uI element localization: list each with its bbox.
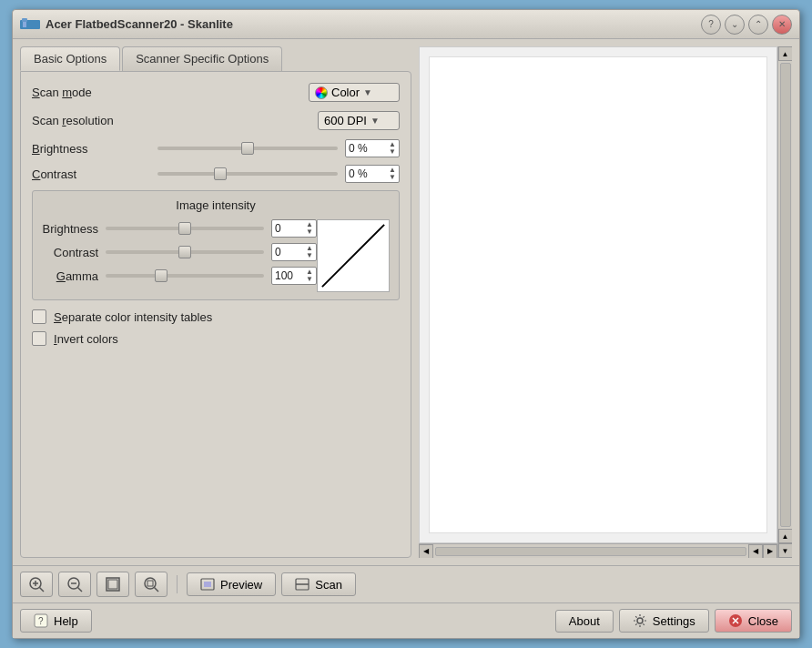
maximize-btn[interactable]: ⌃ [748, 15, 768, 35]
svg-rect-2 [23, 22, 26, 27]
close-titlebar-btn[interactable]: ✕ [772, 15, 792, 35]
intensity-contrast-track [106, 250, 264, 254]
preview-wrapper: ◀ ◀ ▶ ▲ ▲ ▼ [419, 46, 792, 558]
image-intensity-box: Image intensity Brightness 0 [32, 190, 400, 300]
brightness-label: Brightness [32, 142, 150, 156]
intensity-brightness-value: 0 [275, 222, 281, 235]
fit-page-icon [105, 576, 121, 592]
intensity-gamma-track [106, 274, 264, 278]
svg-rect-18 [204, 582, 211, 587]
intensity-contrast-arrows[interactable]: ▲ ▼ [306, 245, 313, 259]
left-panel: Basic Options Scanner Specific Options S… [20, 46, 411, 558]
intensity-contrast-thumb[interactable] [178, 246, 191, 258]
contrast-value: 0 % [349, 167, 368, 180]
scan-mode-label: Scan mode [32, 86, 150, 99]
scan-mode-arrow: ▼ [363, 87, 372, 97]
resolution-arrow: ▼ [370, 116, 380, 126]
scan-mode-select[interactable]: Color ▼ [309, 83, 400, 102]
svg-line-15 [155, 588, 159, 592]
h-scroll-prev-btn[interactable]: ◀ [748, 544, 763, 559]
brightness-spinbox[interactable]: 0 % ▲ ▼ [345, 139, 400, 157]
intensity-graph-svg [318, 220, 389, 291]
contrast-slider-thumb[interactable] [214, 167, 227, 180]
scan-resolution-select[interactable]: 600 DPI ▼ [318, 111, 400, 130]
preview-canvas [419, 46, 777, 543]
intensity-gamma-label: Gamma [42, 269, 106, 283]
tab-basic-options[interactable]: Basic Options [20, 46, 120, 71]
contrast-row: Contrast 0 % ▲ ▼ [32, 165, 400, 183]
contrast-spinbox[interactable]: 0 % ▲ ▼ [345, 165, 400, 183]
intensity-brightness-arrows[interactable]: ▲ ▼ [306, 221, 313, 236]
zoom-out-btn[interactable] [58, 572, 91, 597]
help-btn[interactable]: ? Help [20, 609, 92, 633]
scan-resolution-label: Scan resolution [32, 114, 150, 127]
separate-color-row: Separate color intensity tables [32, 309, 400, 324]
separate-color-label: Separate color intensity tables [54, 310, 212, 324]
svg-text:?: ? [38, 616, 44, 626]
contrast-slider-track [157, 172, 338, 176]
scan-resolution-row: Scan resolution 600 DPI ▼ [32, 111, 400, 130]
brightness-slider-thumb[interactable] [241, 142, 254, 155]
intensity-controls: Brightness 0 ▲ ▼ [42, 219, 317, 292]
intensity-gamma-thumb[interactable] [155, 269, 167, 282]
v-scroll-up-btn[interactable]: ▲ [778, 46, 793, 61]
intensity-contrast-row: Contrast 0 ▲ ▼ [42, 243, 317, 261]
contrast-label: Contrast [32, 167, 150, 181]
settings-icon [633, 613, 647, 628]
h-scroll-next-btn[interactable]: ▶ [763, 544, 777, 559]
close-btn[interactable]: Close [715, 609, 792, 633]
h-scroll-nav: ◀ ▶ [748, 544, 777, 559]
zoom-in-icon [28, 576, 45, 592]
intensity-content: Brightness 0 ▲ ▼ [42, 219, 390, 292]
intensity-gamma-arrows[interactable]: ▲ ▼ [306, 268, 313, 283]
intensity-contrast-value: 0 [275, 246, 281, 258]
invert-colors-checkbox[interactable] [32, 331, 46, 346]
intensity-gamma-row: Gamma 100 ▲ ▼ [42, 267, 317, 285]
main-window: Acer FlatbedScanner20 - Skanlite ? ⌄ ⌃ ✕… [12, 9, 800, 639]
zoom-out-icon [66, 576, 83, 592]
zoom-in-btn[interactable] [20, 572, 53, 597]
intensity-brightness-thumb[interactable] [178, 222, 191, 235]
titlebar-controls: ? ⌄ ⌃ ✕ [701, 15, 792, 35]
svg-rect-1 [22, 18, 27, 22]
scan-mode-control: Color ▼ [150, 83, 400, 102]
v-scroll-down-btn1[interactable]: ▲ [778, 529, 793, 543]
invert-colors-row: Invert colors [32, 331, 400, 346]
intensity-contrast-spinbox[interactable]: 0 ▲ ▼ [271, 243, 317, 261]
footer-bar: ? Help About Settings Close [13, 602, 799, 638]
svg-point-23 [637, 618, 643, 623]
scan-btn[interactable]: Scan [281, 572, 356, 596]
h-scroll-left-btn[interactable]: ◀ [419, 544, 433, 559]
intensity-gamma-spinbox[interactable]: 100 ▲ ▼ [271, 267, 317, 285]
svg-line-10 [78, 588, 83, 592]
v-scrollbar: ▲ ▲ ▼ [777, 46, 792, 558]
right-panel: ◀ ◀ ▶ ▲ ▲ ▼ [419, 46, 792, 558]
brightness-slider-track [157, 147, 338, 150]
intensity-contrast-label: Contrast [42, 246, 106, 259]
brightness-spin-arrows[interactable]: ▲ ▼ [389, 141, 396, 156]
contrast-spin-arrows[interactable]: ▲ ▼ [389, 167, 396, 181]
h-scroll-track[interactable] [435, 547, 746, 556]
svg-point-14 [145, 578, 156, 589]
brightness-row: Brightness 0 % ▲ ▼ [32, 139, 400, 157]
preview-btn[interactable]: Preview [187, 572, 276, 596]
fit-page-btn[interactable] [96, 572, 129, 597]
v-scroll-down-btn2[interactable]: ▼ [778, 543, 793, 558]
help-titlebar-btn[interactable]: ? [701, 15, 721, 35]
zoom-select-btn[interactable] [135, 572, 167, 597]
invert-colors-label: Invert colors [54, 332, 118, 346]
settings-btn[interactable]: Settings [619, 609, 709, 633]
separate-color-checkbox[interactable] [32, 309, 46, 324]
scan-mode-underline: m [62, 86, 72, 99]
preview-icon [200, 577, 215, 592]
intensity-brightness-spinbox[interactable]: 0 ▲ ▼ [271, 219, 317, 238]
tab-scanner-specific[interactable]: Scanner Specific Options [122, 46, 282, 71]
about-btn[interactable]: About [555, 610, 614, 633]
v-scroll-track[interactable] [780, 63, 791, 527]
h-scrollbar: ◀ ◀ ▶ [419, 543, 777, 558]
tab-bar: Basic Options Scanner Specific Options [20, 46, 411, 71]
svg-rect-16 [147, 581, 153, 586]
svg-line-6 [40, 588, 45, 592]
intensity-brightness-label: Brightness [42, 222, 106, 236]
minimize-btn[interactable]: ⌄ [725, 15, 745, 35]
